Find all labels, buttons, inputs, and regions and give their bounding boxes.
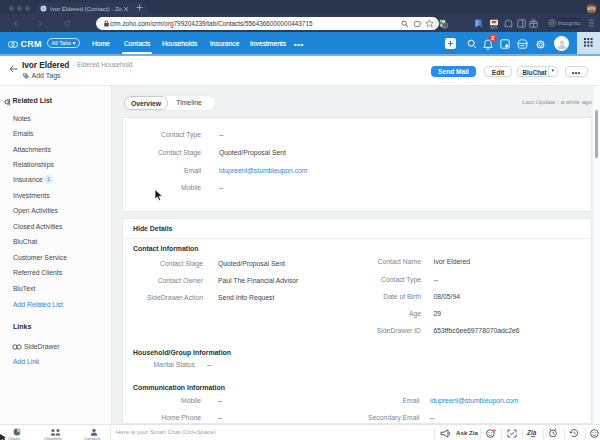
svg-text:BOS: BOS	[490, 25, 496, 28]
svg-text:2: 2	[482, 24, 483, 27]
